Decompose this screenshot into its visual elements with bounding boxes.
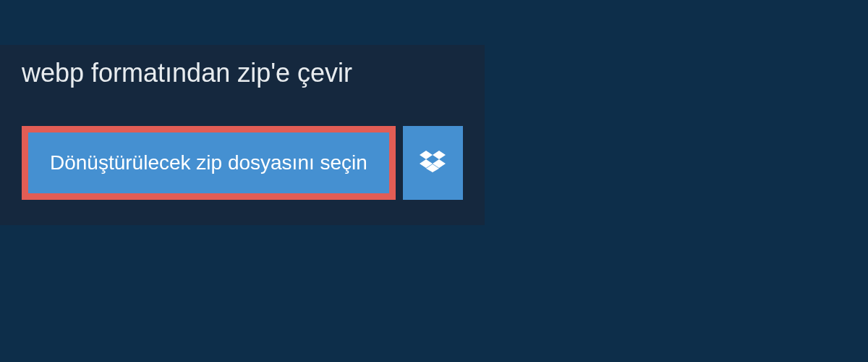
page-title: webp formatından zip'e çevir bbox=[22, 58, 409, 88]
title-bar: webp formatından zip'e çevir bbox=[0, 45, 430, 104]
select-file-label: Dönüştürülecek zip dosyasını seçin bbox=[50, 151, 367, 174]
dropbox-button[interactable] bbox=[403, 126, 463, 200]
dropbox-icon bbox=[420, 148, 446, 177]
select-file-button[interactable]: Dönüştürülecek zip dosyasını seçin bbox=[22, 126, 396, 200]
action-row: Dönüştürülecek zip dosyasını seçin bbox=[0, 104, 485, 225]
conversion-panel: webp formatından zip'e çevir Dönüştürüle… bbox=[0, 45, 485, 225]
